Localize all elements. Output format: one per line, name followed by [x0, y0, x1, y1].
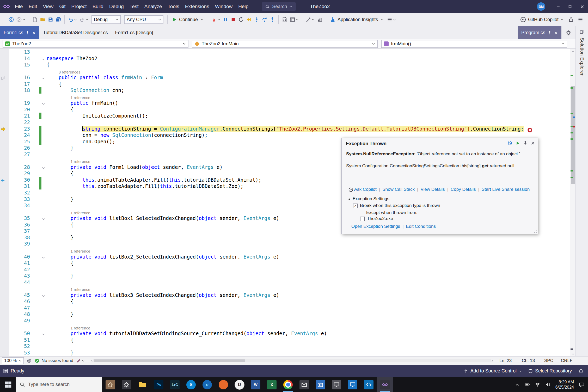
codelens-label[interactable]: 1 reference [47, 285, 570, 292]
undo-button[interactable] [67, 15, 78, 24]
outline-margin[interactable] [32, 94, 47, 100]
hscroll-thumb[interactable] [94, 359, 245, 362]
breakpoint-margin[interactable] [0, 247, 9, 254]
outline-margin[interactable] [32, 119, 47, 126]
breakpoint-margin[interactable] [0, 164, 9, 170]
outline-margin[interactable] [32, 164, 47, 170]
breakpoint-margin[interactable] [0, 94, 9, 100]
menu-analyze[interactable]: Analyze [142, 0, 165, 13]
menu-git[interactable]: Git [56, 0, 68, 13]
github-copilot-button[interactable]: GitHub Copilot [518, 15, 566, 24]
outline-margin[interactable] [32, 87, 47, 94]
application-insights-button[interactable]: Application Insights [328, 15, 386, 24]
breakpoint-margin[interactable] [0, 292, 9, 298]
outline-margin[interactable] [32, 324, 47, 330]
tray-network-icon[interactable] [535, 382, 540, 387]
outline-margin[interactable] [32, 234, 47, 241]
outline-margin[interactable] [32, 196, 47, 203]
file-explorer-taskbar-button[interactable] [134, 377, 151, 392]
code-text[interactable] [47, 279, 570, 286]
outline-margin[interactable] [32, 209, 47, 215]
code-text[interactable]: cnn = new SqlConnection(connectionString… [47, 132, 570, 138]
break-checkbox[interactable]: ✓ [353, 204, 358, 208]
word-taskbar-button[interactable]: W [248, 377, 264, 392]
outline-margin[interactable] [32, 68, 47, 75]
tab-form1-cs-design[interactable]: Form1.cs [Design] [111, 26, 157, 39]
solution-platform-dropdown[interactable]: Any CPU [124, 15, 163, 24]
tab-program-cs[interactable]: Program.cs [518, 26, 561, 39]
outline-margin[interactable] [32, 157, 47, 164]
code-text[interactable]: { [47, 106, 570, 113]
code-text[interactable]: { [47, 337, 570, 343]
outline-margin[interactable] [32, 202, 47, 209]
feedback-list-icon[interactable] [577, 15, 584, 24]
outline-margin[interactable] [32, 62, 47, 68]
settings-app-taskbar-button[interactable] [118, 377, 134, 392]
continue-button[interactable]: Continue [170, 15, 206, 24]
breakpoint-margin[interactable] [0, 170, 9, 177]
step-over-button[interactable] [261, 15, 268, 24]
show-next-statement-button[interactable] [245, 15, 253, 24]
solution-configuration-dropdown[interactable]: Debug [91, 15, 121, 24]
break-all-button[interactable] [222, 15, 229, 24]
photoshop-taskbar-button[interactable]: Ps [151, 377, 167, 392]
codelens-label[interactable]: 1 reference [47, 247, 570, 254]
outline-margin[interactable] [32, 55, 47, 62]
step-out-button[interactable] [268, 15, 276, 24]
tab-form1-cs[interactable]: Form1.cs [0, 26, 39, 39]
titlebar-search[interactable]: Search [262, 2, 296, 11]
breakpoint-margin[interactable] [0, 202, 9, 209]
code-text[interactable] [47, 241, 570, 247]
vs-code-taskbar-button[interactable] [361, 377, 377, 392]
outline-margin[interactable] [32, 350, 47, 356]
document-health-icon[interactable] [27, 358, 32, 363]
link-open-exception-settings[interactable]: Open Exception Settings [351, 224, 400, 229]
menu-test[interactable]: Test [127, 0, 142, 13]
issues-indicator[interactable]: No issues found [35, 358, 73, 363]
solution-explorer-side-tab[interactable]: Solution Explorer [579, 38, 585, 76]
breakpoint-margin[interactable] [0, 317, 9, 324]
hot-reload-button[interactable] [210, 15, 222, 24]
fold-chevron-icon[interactable] [42, 164, 45, 171]
toolbar-options-button[interactable] [386, 15, 397, 24]
outline-margin[interactable] [32, 113, 47, 119]
outline-margin[interactable] [32, 151, 47, 158]
firefox-browser-taskbar-button[interactable] [215, 377, 231, 392]
outline-margin[interactable] [32, 222, 47, 228]
outline-margin[interactable] [32, 247, 47, 254]
breakpoint-margin[interactable] [0, 273, 9, 279]
code-cleanup-button[interactable] [76, 359, 85, 363]
scrollbar-down-arrow[interactable] [570, 352, 576, 356]
restart-button[interactable] [237, 15, 245, 24]
horizontal-scrollbar[interactable] [90, 359, 494, 363]
outline-margin[interactable] [32, 298, 47, 305]
module-checkbox[interactable] [360, 217, 365, 221]
show-threads-button[interactable] [281, 15, 289, 24]
step-into-button[interactable] [253, 15, 261, 24]
breakpoint-margin[interactable] [0, 157, 9, 164]
fold-chevron-icon[interactable] [42, 331, 45, 337]
menu-extensions[interactable]: Extensions [182, 0, 212, 13]
zoom-dropdown[interactable]: 100 % [2, 357, 24, 364]
breakpoint-margin[interactable] [0, 132, 9, 138]
breakpoint-margin[interactable] [0, 87, 9, 94]
taskbar-clock[interactable]: 8:29 AM 6/25/2024 [555, 379, 574, 390]
diagnostic-tools-button[interactable] [316, 15, 324, 24]
link-ask-copilot[interactable]: Ask Copilot [348, 187, 377, 192]
navigate-forward-button[interactable] [15, 15, 27, 24]
code-text[interactable]: { [47, 81, 570, 87]
outline-margin[interactable] [32, 317, 47, 324]
outline-margin[interactable] [32, 260, 47, 266]
breakpoint-margin[interactable] [0, 254, 9, 260]
breakpoint-margin[interactable] [0, 145, 9, 151]
editor-vertical-scrollbar[interactable] [570, 49, 576, 356]
breakpoint-margin[interactable] [0, 266, 9, 273]
outline-margin[interactable] [32, 254, 47, 260]
pinned-building-app-taskbar-button[interactable] [102, 377, 118, 392]
menu-build[interactable]: Build [90, 0, 106, 13]
select-repository-button[interactable]: Select Repository [528, 368, 572, 374]
exception-history-icon[interactable] [507, 140, 512, 146]
hscroll-left-arrow[interactable] [90, 359, 93, 362]
excel-taskbar-button[interactable]: X [264, 377, 280, 392]
outline-margin[interactable] [32, 170, 47, 177]
